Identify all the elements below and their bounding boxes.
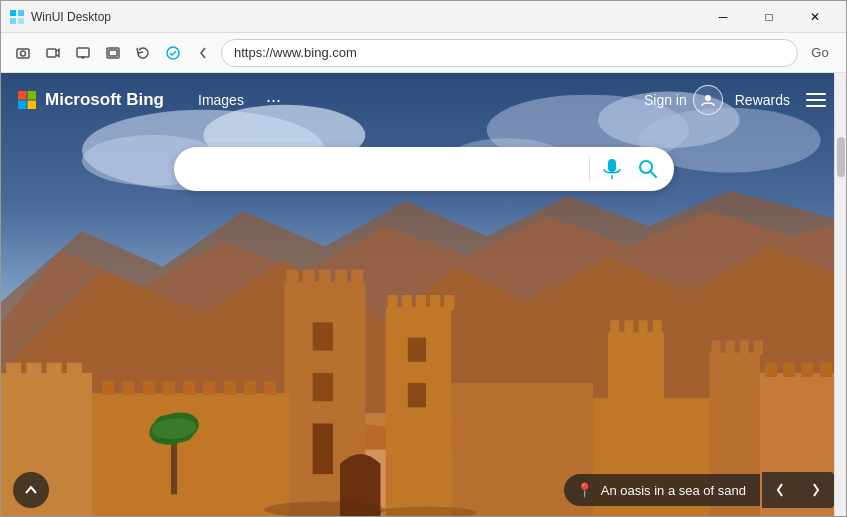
nav-more-dots[interactable]: ···: [258, 86, 289, 115]
svg-rect-42: [408, 383, 426, 407]
svg-rect-53: [244, 381, 256, 395]
svg-rect-50: [183, 381, 195, 395]
minimize-button[interactable]: ─: [700, 1, 746, 33]
svg-line-84: [651, 172, 656, 177]
search-divider: [589, 157, 590, 181]
caption-area: 📍 An oasis in a sea of sand: [564, 472, 834, 508]
svg-rect-49: [163, 381, 175, 395]
back-nav-btn[interactable]: [189, 39, 217, 67]
svg-rect-31: [351, 270, 363, 286]
microsoft-logo: [17, 90, 37, 110]
svg-rect-57: [624, 320, 633, 334]
svg-rect-6: [47, 49, 56, 57]
hamburger-line-2: [806, 99, 826, 101]
svg-rect-25: [67, 363, 82, 378]
user-avatar: [693, 85, 723, 115]
close-button[interactable]: ✕: [792, 1, 838, 33]
window-controls: ─ □ ✕: [700, 1, 838, 33]
refresh-btn[interactable]: [129, 39, 157, 67]
svg-rect-41: [408, 338, 426, 362]
svg-rect-58: [639, 320, 648, 334]
caption-pill: 📍 An oasis in a sea of sand: [564, 474, 760, 506]
svg-rect-61: [711, 341, 720, 355]
bing-navbar: Microsoft Bing Images ··· Sign in Reward…: [1, 73, 846, 127]
svg-rect-54: [264, 381, 276, 395]
svg-rect-28: [303, 270, 315, 286]
bottom-bar: 📍 An oasis in a sea of sand: [1, 472, 846, 516]
svg-rect-64: [754, 341, 763, 355]
svg-rect-48: [143, 381, 155, 395]
app-window: WinUI Desktop ─ □ ✕: [0, 0, 847, 517]
hamburger-menu[interactable]: [802, 89, 830, 111]
hamburger-line-1: [806, 93, 826, 95]
svg-rect-76: [18, 91, 27, 100]
svg-rect-3: [18, 18, 24, 24]
search-input[interactable]: [190, 160, 585, 178]
prev-image-button[interactable]: [762, 472, 798, 508]
svg-rect-37: [402, 295, 412, 310]
hamburger-line-3: [806, 105, 826, 107]
svg-rect-39: [430, 295, 440, 310]
svg-rect-81: [608, 159, 616, 172]
svg-rect-52: [224, 381, 236, 395]
svg-rect-0: [10, 10, 16, 16]
svg-rect-56: [610, 320, 619, 334]
sign-in-button[interactable]: Sign in: [644, 85, 723, 115]
svg-point-83: [640, 161, 652, 173]
next-image-button[interactable]: [798, 472, 834, 508]
rewards-link[interactable]: Rewards: [735, 92, 790, 108]
svg-rect-78: [18, 101, 27, 110]
svg-rect-23: [26, 363, 41, 378]
background-scene: [1, 73, 846, 516]
screen-btn[interactable]: [69, 39, 97, 67]
svg-rect-59: [653, 320, 662, 334]
sign-in-label: Sign in: [644, 92, 687, 108]
scroll-up-button[interactable]: [13, 472, 49, 508]
video-btn[interactable]: [39, 39, 67, 67]
svg-rect-69: [820, 363, 832, 377]
svg-rect-47: [122, 381, 134, 395]
svg-rect-11: [109, 50, 117, 56]
svg-rect-32: [313, 322, 333, 350]
go-button[interactable]: Go: [802, 39, 838, 67]
title-bar: WinUI Desktop ─ □ ✕: [1, 1, 846, 33]
svg-rect-29: [319, 270, 331, 286]
search-container: [1, 147, 846, 191]
svg-rect-38: [416, 295, 426, 310]
screenshot-btn[interactable]: [9, 39, 37, 67]
svg-rect-62: [726, 341, 735, 355]
svg-point-80: [705, 95, 711, 101]
svg-rect-40: [444, 295, 454, 310]
svg-rect-2: [10, 18, 16, 24]
bing-logo[interactable]: Microsoft Bing: [17, 90, 164, 110]
nav-images[interactable]: Images: [188, 86, 254, 114]
nav-right: Sign in Rewards: [644, 85, 830, 115]
scrollbar[interactable]: [834, 73, 846, 516]
nav-links: Images ···: [188, 86, 289, 115]
svg-rect-51: [203, 381, 215, 395]
app-icon: [9, 9, 25, 25]
svg-rect-22: [6, 363, 21, 378]
maximize-button[interactable]: □: [746, 1, 792, 33]
toolbar-buttons: [9, 39, 217, 67]
check-btn[interactable]: [159, 39, 187, 67]
search-button[interactable]: [630, 151, 666, 187]
svg-rect-46: [102, 381, 114, 395]
svg-rect-67: [783, 363, 795, 377]
bing-page: Microsoft Bing Images ··· Sign in Reward…: [1, 73, 846, 516]
url-input[interactable]: [221, 39, 798, 67]
mic-button[interactable]: [594, 151, 630, 187]
svg-rect-34: [313, 424, 333, 475]
svg-rect-30: [335, 270, 347, 286]
search-box: [174, 147, 674, 191]
svg-rect-24: [47, 363, 62, 378]
location-icon: 📍: [576, 482, 593, 498]
svg-rect-1: [18, 10, 24, 16]
svg-rect-68: [801, 363, 813, 377]
address-bar: Go: [1, 33, 846, 73]
display-btn[interactable]: [99, 39, 127, 67]
bing-brand-text: Microsoft Bing: [45, 90, 164, 110]
svg-rect-66: [765, 363, 777, 377]
svg-rect-63: [740, 341, 749, 355]
browser-content: Microsoft Bing Images ··· Sign in Reward…: [1, 73, 846, 516]
